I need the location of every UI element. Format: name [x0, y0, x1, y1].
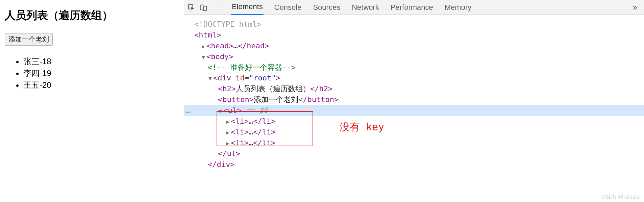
list-item: 王五-20	[23, 79, 179, 91]
expand-icon[interactable]: ▶	[201, 43, 206, 50]
inspect-icon[interactable]	[188, 4, 195, 11]
list-item: 李四-19	[23, 68, 179, 79]
annotation-box	[217, 111, 313, 146]
tab-console[interactable]: Console	[274, 0, 302, 15]
tab-network[interactable]: Network	[351, 0, 380, 15]
device-toggle-icon[interactable]	[200, 4, 207, 11]
dom-body-open[interactable]: <body>	[206, 52, 233, 61]
dom-div-open[interactable]: <div	[213, 74, 236, 82]
list-item: 张三-18	[23, 56, 179, 68]
dom-ellipsis: …	[233, 42, 238, 50]
dom-button-text: 添加一个老刘	[254, 95, 298, 104]
tab-sources[interactable]: Sources	[312, 0, 341, 15]
dom-h2-open[interactable]: <h2>	[218, 84, 236, 93]
devtools-panel: Elements Console Sources Network Perform…	[184, 0, 644, 202]
dom-button-close: </button>	[298, 95, 339, 104]
devtools-tabbar: Elements Console Sources Network Perform…	[184, 0, 644, 15]
watermark: CSDN @ruleslol	[601, 194, 641, 200]
dom-div-close: </div>	[208, 160, 234, 169]
page-title: 人员列表（遍历数组）	[5, 8, 179, 23]
add-person-button[interactable]: 添加一个老刘	[5, 33, 53, 46]
dom-doctype: <!DOCTYPE html>	[194, 20, 262, 28]
dom-comment: <!-- 准备好一个容器-->	[208, 63, 296, 72]
dom-html-open[interactable]: <html>	[194, 31, 221, 39]
dom-tree[interactable]: <!DOCTYPE html> <html> ▶<head>…</head> ▼…	[184, 15, 644, 202]
tab-overflow-icon[interactable]: »	[633, 3, 641, 12]
dom-attr-name: id	[236, 74, 245, 82]
annotation-text: 没有 key	[340, 120, 384, 134]
collapse-icon[interactable]: ▼	[201, 53, 206, 61]
gutter-dots-icon[interactable]: …	[185, 105, 190, 116]
dom-attr-value: "root"	[249, 74, 276, 82]
dom-head-open[interactable]: <head>	[206, 42, 233, 50]
tab-memory[interactable]: Memory	[444, 0, 472, 15]
person-list: 张三-18 李四-19 王五-20	[5, 56, 179, 91]
dom-h2-close: </h2>	[310, 84, 332, 93]
tab-performance[interactable]: Performance	[390, 0, 434, 15]
dom-head-close: </head>	[238, 42, 269, 50]
separator	[221, 3, 221, 12]
svg-rect-2	[203, 6, 206, 10]
dom-button-open[interactable]: <button>	[218, 95, 254, 104]
dom-ul-close: </ul>	[218, 149, 240, 158]
dom-h2-text: 人员列表（遍历数组）	[236, 84, 310, 93]
tab-elements[interactable]: Elements	[231, 0, 264, 15]
collapse-icon[interactable]: ▼	[208, 75, 213, 82]
